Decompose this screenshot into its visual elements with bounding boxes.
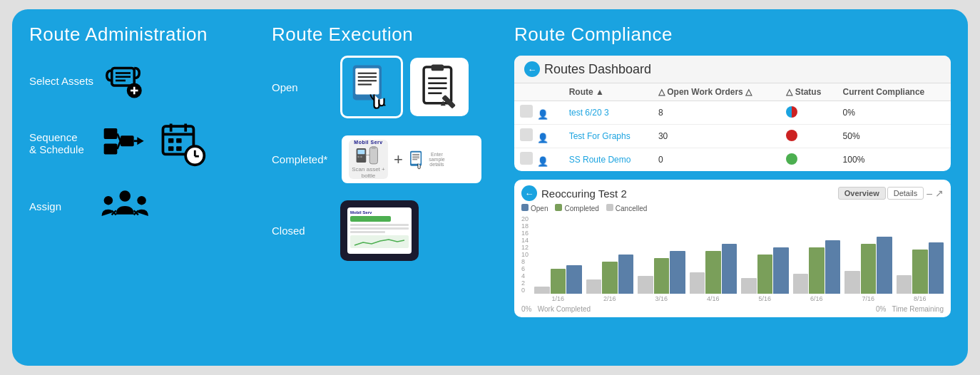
link-icon-3[interactable] bbox=[520, 152, 533, 165]
svg-rect-39 bbox=[432, 65, 444, 71]
open-tablet-icon bbox=[340, 56, 403, 118]
table-row: 👤 test 6/20 3 8 0% bbox=[514, 101, 951, 125]
mini-chart bbox=[350, 235, 409, 248]
route-link-3[interactable]: SS Route Demo bbox=[569, 155, 631, 165]
route-link-1[interactable]: test 6/20 3 bbox=[569, 108, 609, 118]
sequence-icon bbox=[101, 118, 150, 168]
bar-group-4 bbox=[690, 244, 737, 294]
status-dot-2 bbox=[786, 130, 797, 141]
chart-back-icon[interactable]: ← bbox=[521, 185, 537, 201]
cancelled-bar-2 bbox=[586, 279, 602, 294]
x-label-1: 1/16 bbox=[534, 295, 582, 302]
svg-rect-8 bbox=[104, 143, 118, 154]
select-assets-label: Select Assets bbox=[29, 75, 93, 87]
row-actions-1: 👤 bbox=[514, 101, 563, 125]
col-status: △ Status bbox=[780, 83, 837, 101]
green-progress-bar bbox=[350, 216, 391, 222]
scanner-icon bbox=[352, 146, 386, 166]
clipboard-icon bbox=[414, 62, 464, 112]
row-orders-1: 8 bbox=[653, 101, 780, 125]
svg-rect-49 bbox=[360, 156, 362, 158]
svg-rect-48 bbox=[357, 156, 359, 158]
chart-footer: 0% Work Completed 0% Time Remaining bbox=[521, 305, 944, 313]
row-compliance-3: 100% bbox=[837, 148, 951, 172]
row-route-2: Test For Graphs bbox=[563, 125, 653, 148]
completed-bar-7 bbox=[861, 244, 877, 294]
legend-cancelled: Cancelled bbox=[606, 204, 647, 212]
scan-asset-label: Scan asset + bottle bbox=[349, 166, 388, 179]
chart-menu-icon[interactable]: – ↗ bbox=[927, 188, 944, 199]
svg-rect-9 bbox=[121, 135, 134, 146]
schedule-icon bbox=[158, 118, 208, 168]
chart-legend: Open Completed Cancelled bbox=[521, 204, 944, 212]
person-icon-2[interactable]: 👤 bbox=[537, 133, 548, 144]
completed-bar-3 bbox=[654, 258, 670, 294]
legend-open: Open bbox=[521, 204, 548, 212]
svg-point-26 bbox=[104, 196, 113, 205]
tab-overview[interactable]: Overview bbox=[838, 187, 886, 200]
row-compliance-2: 50% bbox=[837, 125, 951, 148]
bar-group-6 bbox=[793, 240, 841, 294]
assign-icon bbox=[101, 181, 150, 231]
table-row: 👤 Test For Graphs 30 50% bbox=[514, 125, 951, 148]
bar-group-7 bbox=[844, 237, 892, 294]
completed-bar-8 bbox=[912, 250, 928, 294]
completed-bar-1 bbox=[551, 269, 566, 294]
exec-row-completed: Completed* Mobil Serv Scan as bbox=[272, 134, 500, 185]
col-actions bbox=[514, 83, 563, 101]
svg-point-27 bbox=[137, 196, 146, 205]
link-icon-2[interactable] bbox=[520, 128, 533, 141]
svg-rect-7 bbox=[104, 128, 118, 139]
cancelled-bar-1 bbox=[534, 287, 550, 294]
cancelled-bar-4 bbox=[690, 272, 705, 294]
svg-rect-51 bbox=[371, 146, 375, 149]
time-remaining-footer: 0% Time Remaining bbox=[876, 305, 944, 313]
svg-point-25 bbox=[119, 190, 131, 202]
open-bar-1 bbox=[566, 265, 582, 294]
mobilserv-completed-box: Mobil Serv Scan asset + bottle + bbox=[340, 134, 483, 185]
open-bar-5 bbox=[773, 247, 789, 294]
routes-dashboard-panel: ← Routes Dashboard Route ▲ △ Open Work O… bbox=[514, 56, 951, 171]
admin-row-sequence: Sequence & Schedule bbox=[29, 118, 257, 168]
open-bar-6 bbox=[825, 240, 841, 294]
svg-rect-50 bbox=[369, 147, 377, 164]
svg-marker-13 bbox=[137, 137, 143, 145]
chart-tabs: Overview Details bbox=[838, 187, 924, 200]
compliance-title: Route Compliance bbox=[514, 24, 951, 46]
link-icon-1[interactable] bbox=[520, 105, 533, 118]
completed-bar-5 bbox=[757, 255, 773, 294]
tablet-line-2 bbox=[350, 227, 409, 230]
back-icon[interactable]: ← bbox=[524, 61, 540, 77]
open-bar-4 bbox=[722, 244, 737, 294]
x-label-7: 7/16 bbox=[844, 295, 892, 302]
row-status-3 bbox=[780, 148, 837, 172]
admin-title: Route Administration bbox=[29, 24, 257, 46]
tab-details[interactable]: Details bbox=[887, 187, 924, 200]
route-link-2[interactable]: Test For Graphs bbox=[569, 131, 631, 141]
table-row: 👤 SS Route Demo 0 100% bbox=[514, 148, 951, 172]
x-label-4: 4/16 bbox=[690, 295, 737, 302]
section-compliance: Route Compliance ← Routes Dashboard Rout… bbox=[500, 24, 951, 351]
work-completed-footer: 0% Work Completed bbox=[521, 305, 591, 313]
sequence-label: Sequence & Schedule bbox=[29, 131, 93, 155]
tablet-form-icon: Enter sample details bbox=[409, 140, 448, 179]
x-label-3: 3/16 bbox=[638, 295, 685, 302]
cancelled-bar-3 bbox=[638, 276, 653, 294]
person-icon-3[interactable]: 👤 bbox=[537, 156, 548, 168]
bar-group-2 bbox=[586, 255, 634, 294]
plus-sign: + bbox=[394, 150, 403, 169]
assign-label: Assign bbox=[29, 200, 93, 212]
row-orders-3: 0 bbox=[653, 148, 780, 172]
assign-icon-group bbox=[101, 181, 150, 231]
legend-completed: Completed bbox=[555, 204, 598, 212]
svg-line-11 bbox=[117, 141, 121, 149]
tablet-hand-icon bbox=[347, 62, 397, 112]
person-icon-1[interactable]: 👤 bbox=[537, 109, 548, 120]
svg-rect-21 bbox=[176, 146, 181, 151]
row-orders-2: 30 bbox=[653, 125, 780, 148]
cancelled-bar-5 bbox=[741, 278, 757, 294]
row-route-1: test 6/20 3 bbox=[563, 101, 653, 125]
svg-rect-18 bbox=[168, 138, 173, 143]
scanner-bottle-icon: Mobil Serv Scan asset + bottle bbox=[349, 140, 388, 179]
enter-sample-label: Enter sample details bbox=[426, 152, 448, 167]
